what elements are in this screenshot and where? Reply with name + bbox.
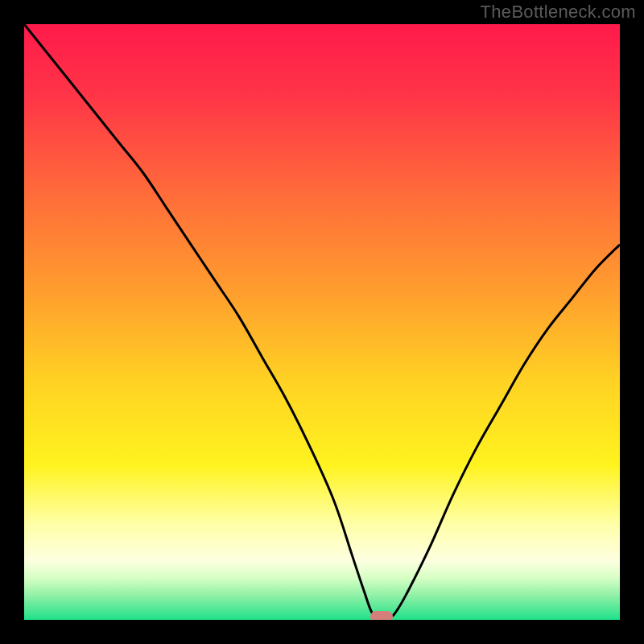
optimal-point-marker	[370, 611, 393, 620]
bottleneck-curve	[24, 24, 620, 617]
chart-frame: TheBottleneck.com	[0, 0, 644, 644]
watermark-label: TheBottleneck.com	[481, 2, 636, 23]
curve-layer	[24, 24, 620, 620]
plot-area	[24, 24, 620, 620]
